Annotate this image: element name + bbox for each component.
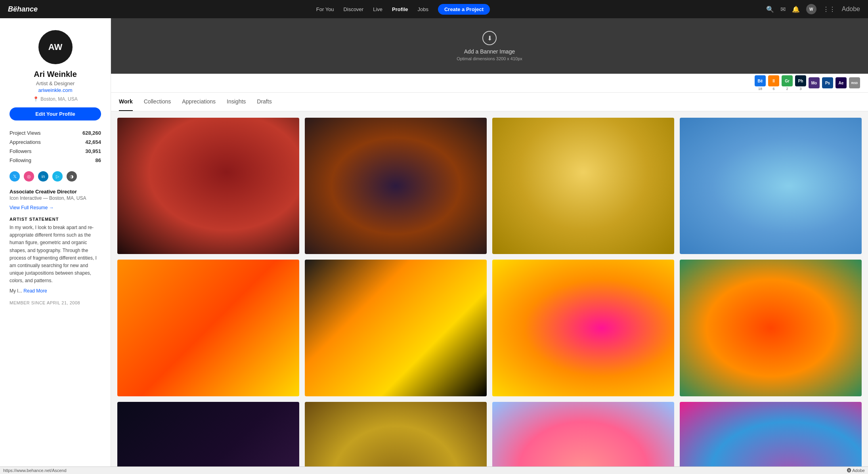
project-item-2[interactable] [305,118,487,254]
tab-collections[interactable]: Collections [144,93,171,111]
nav-live[interactable]: Live [373,6,382,12]
stat-label: Followers [10,148,32,154]
project-item-11[interactable] [492,402,674,474]
view-resume-link[interactable]: View Full Resume → [10,205,101,210]
badge-behance: Bë 18 [755,75,766,91]
sidebar: AW Ari Weinkle Artist & Designer ariwein… [0,18,111,474]
nav-jobs[interactable]: Jobs [418,6,428,12]
stat-value: 42,654 [85,139,101,145]
project-item-10[interactable] [305,402,487,474]
statement-trail: My l... Read More [10,287,101,295]
badge-count: 2 [786,87,788,91]
nav-links: For You Discover Live Profile Jobs Creat… [50,4,757,15]
twitter-icon[interactable]: 𝕏 [10,171,20,182]
statement-heading: ARTIST STATEMENT [10,217,101,222]
badge-ps2: Ps [822,77,833,89]
tab-insights[interactable]: Insights [227,93,246,111]
stat-value: 86 [96,157,101,163]
badge-count: 6 [772,87,774,91]
badge-chip-photoshop: Ph [795,75,806,86]
artist-statement: In my work, I look to break apart and re… [10,224,101,285]
avatar-initials: AW [48,42,62,52]
user-avatar[interactable]: W [806,4,816,14]
main-content: ⬇ Add a Banner Image Optimal dimensions … [111,18,868,474]
badge-chip-motion: Mo [809,77,820,88]
banner-title: Add a Banner Image [464,48,515,55]
social-links: 𝕏 ◎ in ▷ ◑ [10,171,101,182]
url-text: https://www.behance.net/Ascend [3,468,67,473]
download-arrow-icon: ⬇ [487,34,492,42]
badge-grasshopper: Gr 2 [782,75,793,91]
other-icon[interactable]: ◑ [67,171,77,182]
badge-count: 3 [799,87,801,91]
project-item-12[interactable] [680,402,862,474]
nav-discover[interactable]: Discover [344,6,364,12]
user-title: Artist & Designer [10,80,101,86]
stats-section: Project Views 628,260 Appreciations 42,6… [10,128,101,165]
notifications-icon[interactable]: 🔔 [792,6,800,13]
stat-label: Following [10,157,31,163]
stat-followers: Followers 30,951 [10,147,101,156]
badge-chip-risd: RISD [849,77,860,88]
stat-following: Following 86 [10,156,101,165]
project-item-8[interactable] [680,260,862,396]
badge-aftereffects: Ae [835,77,847,89]
read-more-link[interactable]: Read More [23,288,47,294]
topnav: Bëhance For You Discover Live Profile Jo… [0,0,868,18]
location-icon: 📍 [33,96,39,102]
job-title: Associate Creative Director [10,189,101,195]
project-item-9[interactable] [117,402,299,474]
avatar-wrap: AW [10,30,101,64]
nav-profile[interactable]: Profile [392,6,408,12]
stat-value: 30,951 [85,148,101,154]
tab-drafts[interactable]: Drafts [257,93,271,111]
edit-profile-button[interactable]: Edit Your Profile [10,107,101,120]
banner-area[interactable]: ⬇ Add a Banner Image Optimal dimensions … [111,18,868,74]
adobe-logo[interactable]: Adobe [842,6,860,13]
upload-icon-circle: ⬇ [482,31,497,45]
badge-chip-ae: Ae [835,77,847,88]
badge-illustrator: Il 6 [768,75,779,91]
tab-appreciations[interactable]: Appreciations [182,93,216,111]
url-bar: https://www.behance.net/Ascend 🅐 Adobe [0,466,868,474]
badge-chip-behance: Bë [755,75,766,86]
search-icon[interactable]: 🔍 [766,6,774,13]
project-item-3[interactable] [492,118,674,254]
stat-appreciations: Appreciations 42,654 [10,138,101,147]
member-since: MEMBER SINCE APRIL 21, 2008 [10,300,101,305]
stat-project-views: Project Views 628,260 [10,128,101,138]
create-project-button[interactable]: Create a Project [438,4,490,15]
stat-label: Project Views [10,130,41,136]
badge-count: 18 [758,87,762,91]
project-item-5[interactable] [117,260,299,396]
user-location: 📍 Boston, MA, USA [10,96,101,102]
project-item-7[interactable] [492,260,674,396]
location-text: Boston, MA, USA [40,96,77,102]
linkedin-icon[interactable]: in [38,171,48,182]
user-name: Ari Weinkle [10,70,101,79]
badge-risd: RISD [849,77,860,89]
stat-label: Appreciations [10,139,41,145]
avatar: AW [38,30,73,64]
badge-motion: Mo [809,77,820,89]
project-item-6[interactable] [305,260,487,396]
topnav-right: 🔍 ✉ 🔔 W ⋮⋮ Adobe [766,4,860,14]
profile-tabs: Work Collections Appreciations Insights … [111,93,868,111]
badges-row: Bë 18 Il 6 Gr 2 Ph 3 Mo Ps [111,74,868,93]
project-item-4[interactable] [680,118,862,254]
nav-for-you[interactable]: For You [316,6,334,12]
project-item-1[interactable] [117,118,299,254]
badge-chip-grasshopper: Gr [782,75,793,86]
job-company: Icon Interactive — Boston, MA, USA [10,195,101,201]
dribbble-icon[interactable]: ◎ [24,171,34,182]
badge-chip-illustrator: Il [768,75,779,86]
tab-work[interactable]: Work [119,93,133,111]
adobe-footer-logo: 🅐 Adobe [847,468,865,473]
badge-photoshop: Ph 3 [795,75,806,91]
stat-value: 628,260 [82,130,101,136]
logo[interactable]: Bëhance [8,5,38,13]
messages-icon[interactable]: ✉ [780,6,786,13]
grid-apps-icon[interactable]: ⋮⋮ [823,6,835,13]
user-website[interactable]: ariweinkle.com [10,87,101,93]
vimeo-icon[interactable]: ▷ [52,171,63,182]
